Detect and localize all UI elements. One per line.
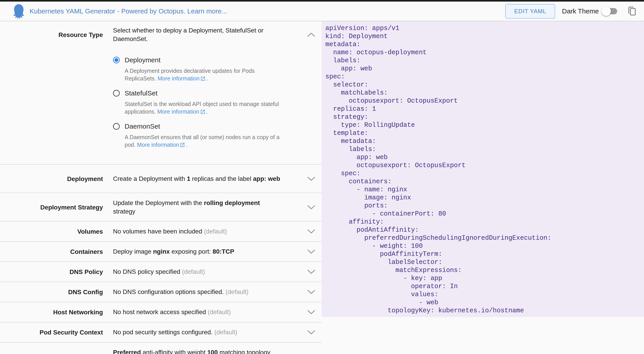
section-label: DNS Policy [0, 268, 103, 276]
section-label: Resource Type [0, 31, 103, 39]
expand-chevron-down-icon[interactable] [307, 352, 316, 354]
radio-label[interactable]: StatefulSet [125, 89, 158, 97]
section-summary: No DNS policy specified (default) [113, 268, 280, 276]
more-information-link[interactable]: More information [157, 108, 200, 115]
external-link-icon [180, 141, 185, 148]
app-header: Kubernetes YAML Generator - Powered by O… [0, 2, 644, 21]
external-link-icon [200, 108, 206, 115]
section-label: Host Networking [0, 308, 103, 316]
section-summary: Create a Deployment with 1 replicas and … [113, 174, 280, 183]
option-description: A DaemonSet ensures that all (or some) n… [125, 133, 281, 148]
expand-chevron-down-icon[interactable] [307, 227, 316, 236]
yaml-code: apiVersion: apps/v1 kind: Deployment met… [322, 21, 644, 315]
radio-label[interactable]: Deployment [125, 56, 160, 64]
more-information-link[interactable]: More information [158, 75, 200, 82]
radio-daemonset[interactable] [113, 123, 120, 130]
expand-chevron-down-icon[interactable] [307, 308, 316, 317]
section-volumes[interactable]: Volumes No volumes have been included (d… [0, 221, 322, 241]
expand-chevron-down-icon[interactable] [307, 287, 316, 296]
section-deployment-strategy[interactable]: Deployment Strategy Update the Deploymen… [0, 193, 322, 221]
toggle-thumb [602, 7, 611, 16]
section-label: Deployment [0, 175, 103, 183]
section-dns-config[interactable]: DNS Config No DNS configuration options … [0, 282, 322, 302]
section-label: Pod Affinity / Anti-Affinity [0, 353, 103, 354]
expand-chevron-down-icon[interactable] [307, 328, 316, 337]
section-summary: Preferred anti-affinity with weight 100 … [113, 348, 280, 354]
config-panel: Resource Type Select whether to deploy a… [0, 21, 322, 353]
option-daemonset: DaemonSet A DaemonSet ensures that all (… [113, 123, 290, 148]
collapse-chevron-up-icon[interactable] [307, 30, 316, 39]
section-summary: No host network access specified (defaul… [113, 308, 280, 316]
option-description: StatefulSet is the workload API object u… [125, 100, 281, 115]
dark-theme-label: Dark Theme [562, 8, 599, 15]
octopus-logo-icon [11, 2, 26, 20]
section-containers[interactable]: Containers Deploy image nginx exposing p… [0, 241, 322, 261]
section-label: DNS Config [0, 288, 103, 296]
window-top-edge [0, 0, 644, 2]
copy-yaml-button[interactable] [626, 6, 637, 17]
section-pod-affinity[interactable]: Pod Affinity / Anti-Affinity Preferred a… [0, 342, 322, 354]
section-deployment[interactable]: Deployment Create a Deployment with 1 re… [0, 164, 322, 193]
expand-chevron-down-icon[interactable] [307, 174, 316, 183]
section-label: Containers [0, 248, 103, 255]
dark-theme-toggle[interactable] [602, 8, 617, 14]
radio-statefulset[interactable] [113, 90, 120, 97]
edit-yaml-button[interactable]: EDIT YAML [505, 4, 555, 19]
section-host-networking[interactable]: Host Networking No host network access s… [0, 302, 322, 322]
section-summary: No pod security settings configured. (de… [113, 328, 280, 336]
option-description: A Deployment provides declarative update… [125, 67, 281, 82]
section-label: Volumes [0, 228, 103, 235]
option-deployment: Deployment A Deployment provides declara… [113, 56, 290, 82]
section-summary: No volumes have been included (default) [113, 227, 280, 236]
yaml-panel: apiVersion: apps/v1 kind: Deployment met… [322, 21, 644, 317]
more-information-link[interactable]: More information [137, 142, 179, 148]
section-label: Pod Security Context [0, 328, 103, 336]
section-summary: Deploy image nginx exposing port: 80:TCP [113, 247, 280, 256]
section-dns-policy[interactable]: DNS Policy No DNS policy specified (defa… [0, 261, 322, 282]
radio-option-daemonset[interactable]: DaemonSet [113, 123, 290, 130]
section-resource-type-header[interactable]: Resource Type Select whether to deploy a… [0, 21, 322, 43]
radio-deployment[interactable] [113, 57, 120, 63]
dark-theme-control: Dark Theme [562, 8, 620, 15]
section-resource-type: Resource Type Select whether to deploy a… [0, 21, 322, 164]
section-summary: No DNS configuration options specified. … [113, 288, 280, 296]
external-link-icon [200, 75, 206, 82]
section-summary: Update the Deployment with the rolling d… [113, 199, 280, 216]
header-actions: EDIT YAML Dark Theme [505, 4, 637, 19]
section-pod-security-context[interactable]: Pod Security Context No pod security set… [0, 322, 322, 342]
expand-chevron-down-icon[interactable] [307, 267, 316, 276]
copy-icon [626, 6, 637, 17]
expand-chevron-down-icon[interactable] [307, 203, 316, 212]
app-title[interactable]: Kubernetes YAML Generator - Powered by O… [30, 8, 505, 15]
resource-type-options: Deployment A Deployment provides declara… [113, 56, 290, 148]
yaml-preview-area: apiVersion: apps/v1 kind: Deployment met… [322, 21, 644, 353]
section-label: Deployment Strategy [0, 204, 103, 211]
radio-option-statefulset[interactable]: StatefulSet [113, 89, 290, 97]
section-summary: Select whether to deploy a Deployment, S… [113, 26, 280, 43]
radio-label[interactable]: DaemonSet [125, 123, 160, 130]
option-statefulset: StatefulSet StatefulSet is the workload … [113, 89, 290, 115]
expand-chevron-down-icon[interactable] [307, 247, 316, 256]
radio-option-deployment[interactable]: Deployment [113, 56, 290, 64]
